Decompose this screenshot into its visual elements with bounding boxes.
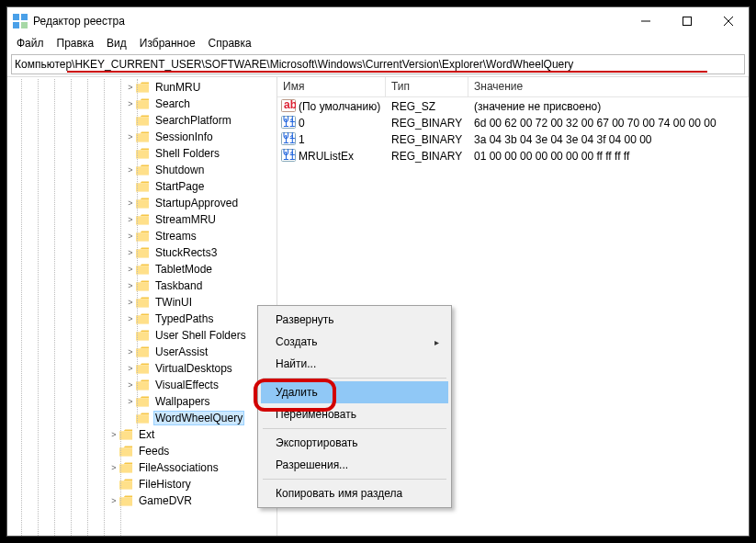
svg-rect-25 xyxy=(136,365,149,373)
ctx-создать[interactable]: Создать xyxy=(261,331,448,353)
expander-icon[interactable]: > xyxy=(125,347,136,356)
value-row[interactable]: 011110MRUListExREG_BINARY01 00 00 00 00 … xyxy=(277,148,749,164)
tree-item-search[interactable]: >Search xyxy=(9,96,276,112)
minimize-button[interactable] xyxy=(625,7,666,35)
tree-item-twinui[interactable]: >TWinUI xyxy=(9,294,276,311)
col-type[interactable]: Тип xyxy=(386,77,468,96)
expander-icon[interactable]: > xyxy=(125,83,136,92)
svg-text:ab: ab xyxy=(284,99,296,111)
tree-item-shell-folders[interactable]: Shell Folders xyxy=(9,145,276,162)
tree-item-user-shell-folders[interactable]: User Shell Folders xyxy=(9,327,276,344)
ctx-удалить[interactable]: Удалить xyxy=(261,381,448,403)
expander-icon[interactable]: > xyxy=(125,380,136,390)
tree-item-streams[interactable]: >Streams xyxy=(9,228,276,244)
tree-item-wallpapers[interactable]: >Wallpapers xyxy=(9,393,276,410)
tree-item-virtualdesktops[interactable]: >VirtualDesktops xyxy=(9,360,276,377)
expander-icon[interactable]: > xyxy=(125,314,136,323)
tree-item-feeds[interactable]: Feeds xyxy=(9,443,276,459)
tree-label: TabletMode xyxy=(153,262,214,277)
value-name: 0 xyxy=(299,117,305,130)
col-value[interactable]: Значение xyxy=(468,77,749,96)
tree-label: StartupApproved xyxy=(153,196,240,210)
col-name[interactable]: Имя xyxy=(277,77,386,96)
tree-item-visualeffects[interactable]: >VisualEffects xyxy=(9,377,276,393)
ctx-развернуть[interactable]: Развернуть xyxy=(261,309,448,331)
expander-icon[interactable]: > xyxy=(125,99,136,108)
ctx-переименовать[interactable]: Переименовать xyxy=(261,403,448,425)
svg-rect-22 xyxy=(136,315,149,323)
expander-icon[interactable]: > xyxy=(108,430,119,439)
svg-rect-9 xyxy=(136,100,149,108)
close-button[interactable] xyxy=(707,7,749,35)
expander-icon[interactable] xyxy=(108,480,119,489)
svg-rect-2 xyxy=(13,22,19,28)
menu-favorites[interactable]: Избранное xyxy=(134,35,201,53)
tree-label: VirtualDesktops xyxy=(153,361,234,376)
tree-item-stuckrects3[interactable]: >StuckRects3 xyxy=(9,244,276,261)
tree-item-userassist[interactable]: >UserAssist xyxy=(9,344,276,360)
tree-item-gamedvr[interactable]: >GameDVR xyxy=(9,492,276,509)
expander-icon[interactable]: > xyxy=(125,248,136,257)
expander-icon[interactable]: > xyxy=(125,265,136,274)
address-bar[interactable]: Компьютер\HKEY_CURRENT_USER\SOFTWARE\Mic… xyxy=(11,54,745,74)
expander-icon[interactable]: > xyxy=(108,463,119,472)
expander-icon[interactable]: > xyxy=(125,397,136,406)
expander-icon[interactable] xyxy=(125,331,136,340)
expander-icon[interactable]: > xyxy=(125,215,136,224)
tree-label: Shell Folders xyxy=(153,146,221,161)
expander-icon[interactable]: > xyxy=(125,298,136,307)
tree-item-tabletmode[interactable]: >TabletMode xyxy=(9,261,276,277)
menu-view[interactable]: Вид xyxy=(101,35,132,53)
tree-label: Ext xyxy=(137,427,156,442)
expander-icon[interactable] xyxy=(108,447,119,456)
menubar: Файл Правка Вид Избранное Справка xyxy=(7,35,749,53)
tree-item-filehistory[interactable]: FileHistory xyxy=(9,476,276,492)
expander-icon[interactable]: > xyxy=(108,496,119,505)
tree-item-startpage[interactable]: StartPage xyxy=(9,178,276,195)
ctx-экспортировать[interactable]: Экспортировать xyxy=(261,432,448,454)
binary-icon: 011110 xyxy=(281,132,296,148)
tree-pane[interactable]: >RunMRU>Search SearchPlatform>SessionInf… xyxy=(7,77,277,536)
value-type: REG_BINARY xyxy=(386,150,468,163)
registry-tree: >RunMRU>Search SearchPlatform>SessionInf… xyxy=(7,79,276,509)
value-row[interactable]: 0111101REG_BINARY3a 04 3b 04 3e 04 3e 04… xyxy=(277,131,749,148)
expander-icon[interactable] xyxy=(125,182,136,191)
ctx-найти-[interactable]: Найти... xyxy=(261,353,448,375)
tree-item-startupapproved[interactable]: >StartupApproved xyxy=(9,195,276,211)
titlebar[interactable]: Редактор реестра xyxy=(7,7,749,35)
window-title: Редактор реестра xyxy=(33,15,625,28)
tree-item-fileassociations[interactable]: >FileAssociations xyxy=(9,459,276,476)
expander-icon[interactable]: > xyxy=(125,232,136,241)
expander-icon[interactable]: > xyxy=(125,165,136,175)
expander-icon[interactable]: > xyxy=(125,364,136,373)
ctx-разрешения-[interactable]: Разрешения... xyxy=(261,454,448,476)
value-row[interactable]: 0111100REG_BINARY6d 00 62 00 72 00 32 00… xyxy=(277,115,749,131)
expander-icon[interactable] xyxy=(125,149,136,158)
svg-rect-19 xyxy=(136,266,149,274)
tree-item-shutdown[interactable]: >Shutdown xyxy=(9,162,276,178)
tree-label: SearchPlatform xyxy=(153,113,233,128)
tree-item-streammru[interactable]: >StreamMRU xyxy=(9,211,276,228)
svg-rect-30 xyxy=(119,447,132,456)
tree-item-runmru[interactable]: >RunMRU xyxy=(9,79,276,96)
menu-edit[interactable]: Правка xyxy=(51,35,100,53)
tree-item-wordwheelquery[interactable]: WordWheelQuery xyxy=(9,410,276,426)
ctx-копировать-имя-раздела[interactable]: Копировать имя раздела xyxy=(261,482,448,504)
tree-item-taskband[interactable]: >Taskband xyxy=(9,277,276,294)
maximize-button[interactable] xyxy=(666,7,707,35)
tree-item-sessioninfo[interactable]: >SessionInfo xyxy=(9,129,276,145)
expander-icon[interactable]: > xyxy=(125,198,136,208)
tree-item-typedpaths[interactable]: >TypedPaths xyxy=(9,311,276,327)
tree-item-searchplatform[interactable]: SearchPlatform xyxy=(9,112,276,129)
expander-icon[interactable]: > xyxy=(125,281,136,290)
svg-rect-23 xyxy=(136,332,149,340)
tree-item-ext[interactable]: >Ext xyxy=(9,426,276,443)
menu-file[interactable]: Файл xyxy=(11,35,50,53)
menu-help[interactable]: Справка xyxy=(203,35,257,53)
svg-text:110: 110 xyxy=(283,133,296,145)
expander-icon[interactable] xyxy=(125,116,136,125)
value-row[interactable]: ab(По умолчанию)REG_SZ(значение не присв… xyxy=(277,98,749,115)
expander-icon[interactable] xyxy=(125,413,136,423)
expander-icon[interactable]: > xyxy=(125,132,136,141)
svg-rect-11 xyxy=(136,133,149,141)
